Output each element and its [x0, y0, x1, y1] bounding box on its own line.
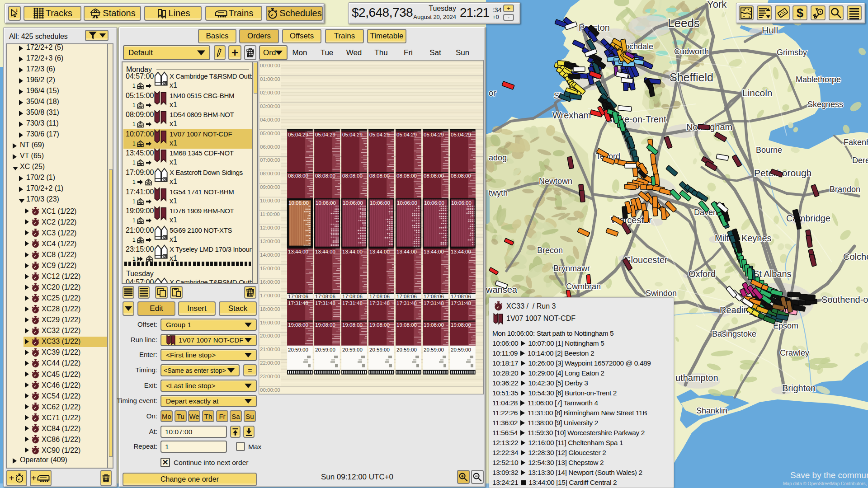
svg-text:19:08:00: 19:08:00 — [369, 322, 390, 328]
svg-text:17:31:48: 17:31:48 — [424, 300, 444, 306]
svg-text:19:08:00: 19:08:00 — [315, 322, 335, 328]
svg-text:08:00:00: 08:00:00 — [260, 171, 280, 176]
svg-text:05:04:29: 05:04:29 — [369, 132, 390, 137]
svg-text:05:04:29: 05:04:29 — [288, 132, 308, 137]
svg-text:Cudworth: Cudworth — [674, 47, 709, 56]
svg-text:05:04:29: 05:04:29 — [424, 132, 444, 137]
svg-text:Crawley: Crawley — [780, 348, 809, 357]
svg-text:05:04:29: 05:04:29 — [315, 132, 335, 137]
svg-text:19:08:00: 19:08:00 — [424, 322, 444, 328]
svg-text:10:06:00: 10:06:00 — [288, 200, 309, 206]
svg-text:17:08:06: 17:08:06 — [315, 294, 335, 299]
svg-text:17:31:48: 17:31:48 — [369, 300, 390, 306]
svg-text:20:59:00: 20:59:00 — [451, 347, 471, 352]
svg-text:17:31:48: 17:31:48 — [396, 300, 417, 306]
svg-text:17:08:06: 17:08:06 — [342, 294, 363, 299]
svg-text:Southend-on-S: Southend-on-S — [821, 295, 868, 305]
svg-text:Newtown: Newtown — [539, 177, 572, 186]
svg-text:10:06:00: 10:06:00 — [424, 200, 444, 206]
svg-text:Basingstoke: Basingstoke — [712, 329, 756, 338]
svg-text:17:08:06: 17:08:06 — [288, 294, 308, 299]
svg-text:10:06:00: 10:06:00 — [370, 200, 390, 206]
svg-text:Mablethorpe: Mablethorpe — [796, 75, 841, 84]
svg-text:13:44:00: 13:44:00 — [451, 249, 471, 254]
svg-text:Brynmawr: Brynmawr — [553, 264, 590, 273]
svg-text:Shanklin: Shanklin — [696, 406, 727, 415]
svg-text:Brandon: Brandon — [830, 185, 860, 194]
svg-text:$: $ — [797, 6, 803, 20]
svg-text:17:00:00: 17:00:00 — [260, 293, 280, 298]
svg-text:05:04:29: 05:04:29 — [451, 132, 471, 137]
svg-text:Fakenha: Fakenha — [844, 138, 868, 147]
svg-text:08:08:00: 08:08:00 — [424, 173, 444, 178]
svg-text:07:00:00: 07:00:00 — [260, 157, 280, 163]
svg-text:17:08:06: 17:08:06 — [396, 294, 417, 299]
svg-text:Lincoln: Lincoln — [742, 88, 773, 98]
svg-text:18:00:00: 18:00:00 — [260, 306, 280, 312]
svg-text:Map data © OpenStreetMap Contr: Map data © OpenStreetMap Contributors, N… — [783, 481, 868, 486]
svg-text:10:06:00: 10:06:00 — [397, 200, 417, 206]
svg-text:00:00:00: 00:00:00 — [260, 387, 280, 393]
svg-text:08:08:00: 08:08:00 — [451, 173, 471, 178]
svg-text:10:06:00: 10:06:00 — [451, 200, 472, 206]
svg-text:20:59:00: 20:59:00 — [369, 347, 390, 352]
svg-text:12:00:00: 12:00:00 — [260, 225, 280, 230]
svg-text:Wrexham: Wrexham — [552, 110, 591, 120]
svg-text:14:00:00: 14:00:00 — [260, 252, 280, 258]
svg-text:Oxford: Oxford — [689, 269, 716, 279]
svg-text:20:59:00: 20:59:00 — [288, 347, 308, 352]
svg-text:02:00:00: 02:00:00 — [260, 90, 280, 95]
svg-text:19:08:00: 19:08:00 — [342, 322, 363, 328]
svg-text:19:08:00: 19:08:00 — [451, 322, 471, 328]
svg-text:Gloucester: Gloucester — [624, 255, 668, 265]
svg-text:Skegness: Skegness — [807, 100, 843, 109]
svg-text:20:59:00: 20:59:00 — [424, 347, 444, 352]
svg-text:08:08:00: 08:08:00 — [288, 173, 308, 178]
svg-text:20:59:00: 20:59:00 — [315, 347, 335, 352]
svg-text:08:08:00: 08:08:00 — [396, 173, 417, 178]
svg-text:03:00:00: 03:00:00 — [260, 103, 280, 109]
svg-text:20:59:00: 20:59:00 — [342, 347, 363, 352]
svg-text:Leeds: Leeds — [668, 16, 700, 30]
svg-text:19:00:00: 19:00:00 — [260, 320, 280, 325]
svg-text:10:06:00: 10:06:00 — [316, 200, 336, 206]
svg-text:17:31:48: 17:31:48 — [315, 300, 335, 306]
svg-text:19:08:00: 19:08:00 — [288, 322, 308, 328]
svg-text:15:00:00: 15:00:00 — [260, 266, 280, 271]
svg-text:06:00:00: 06:00:00 — [260, 144, 280, 150]
svg-text:Bourne: Bourne — [756, 145, 782, 155]
svg-text:22:00:00: 22:00:00 — [260, 360, 280, 366]
svg-text:Brighton: Brighton — [782, 383, 816, 393]
svg-text:21:00:00: 21:00:00 — [260, 347, 280, 352]
svg-text:Cwmbran: Cwmbran — [566, 282, 601, 291]
svg-text:05:04:29: 05:04:29 — [342, 132, 363, 137]
svg-text:04:00:00: 04:00:00 — [260, 117, 280, 122]
svg-text:Hull: Hull — [762, 25, 778, 35]
svg-text:01:00:00: 01:00:00 — [260, 76, 280, 82]
svg-text:10:00:00: 10:00:00 — [260, 198, 280, 203]
svg-text:York: York — [707, 0, 727, 10]
svg-text:00:00:00: 00:00:00 — [260, 63, 280, 68]
svg-text:13:44:00: 13:44:00 — [315, 249, 335, 254]
svg-text:Sheffield: Sheffield — [670, 71, 713, 84]
svg-text:13:44:00: 13:44:00 — [424, 249, 444, 254]
svg-text:09:00:00: 09:00:00 — [260, 184, 280, 190]
svg-text:20:59:00: 20:59:00 — [396, 347, 417, 352]
svg-text:or: or — [489, 89, 496, 98]
svg-text:13:44:00: 13:44:00 — [288, 249, 308, 254]
svg-text:17:08:06: 17:08:06 — [424, 294, 444, 299]
svg-text:08:08:00: 08:08:00 — [342, 173, 363, 178]
svg-text:Save by the community: Save by the community — [790, 470, 868, 480]
svg-text:19:08:00: 19:08:00 — [396, 322, 417, 328]
svg-text:08:08:00: 08:08:00 — [369, 173, 390, 178]
svg-text:20:00:00: 20:00:00 — [260, 333, 280, 338]
svg-text:11:00:00: 11:00:00 — [260, 211, 280, 217]
svg-text:13:00:00: 13:00:00 — [260, 239, 280, 244]
svg-text:Epsom: Epsom — [773, 321, 798, 330]
svg-text:17:31:48: 17:31:48 — [451, 300, 471, 306]
svg-text:16:00:00: 16:00:00 — [260, 279, 280, 285]
svg-text:Grimsby: Grimsby — [777, 48, 807, 57]
svg-text:13:44:00: 13:44:00 — [396, 249, 417, 254]
svg-text:17:08:06: 17:08:06 — [451, 294, 471, 299]
svg-text:05:04:29: 05:04:29 — [396, 132, 417, 137]
